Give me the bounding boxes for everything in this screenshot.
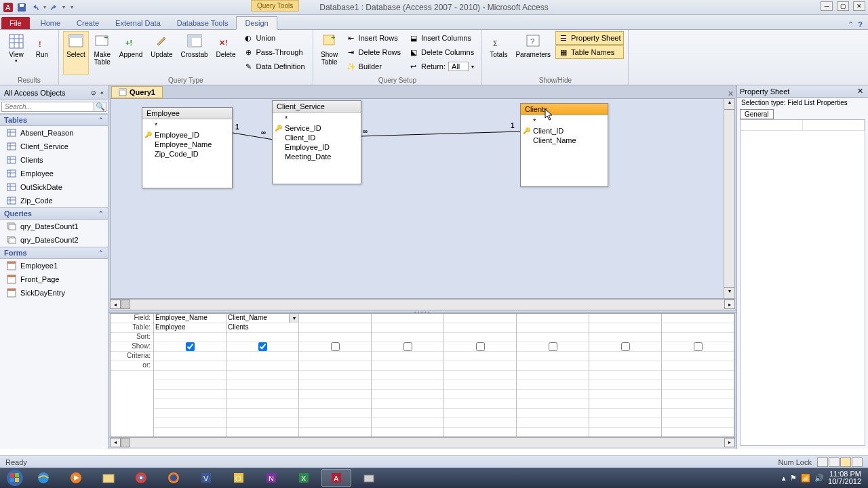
qbe-extra-cell[interactable] [662, 399, 734, 409]
qbe-extra-cell[interactable] [226, 409, 298, 418]
qbe-sort-cell[interactable] [517, 333, 589, 342]
nav-table-item[interactable]: Absent_Reason [0, 126, 108, 140]
qbe-field-cell[interactable] [372, 314, 443, 323]
qbe-column[interactable]: Client_Name▾Clients [226, 314, 299, 436]
tray-up-icon[interactable]: ▴ [782, 474, 786, 483]
qbe-extra-cell[interactable] [589, 399, 661, 409]
qbe-show-cell[interactable] [299, 342, 371, 352]
crosstab-button[interactable]: Crosstab [178, 31, 212, 75]
qbe-extra-cell[interactable] [517, 371, 589, 380]
taskbar-outlook[interactable]: O [224, 469, 254, 487]
qbe-extra-cell[interactable] [299, 371, 371, 380]
qbe-criteria-cell[interactable] [444, 352, 516, 361]
totals-button[interactable]: Σ Totals [486, 31, 511, 75]
table-box-clients[interactable]: Clients * 🔑Client_ID Client_Name [520, 103, 608, 187]
qbe-column[interactable] [444, 314, 517, 436]
builder-button[interactable]: ✨Builder [343, 60, 404, 73]
qbe-criteria-cell[interactable] [226, 352, 298, 361]
taskbar-firefox[interactable] [159, 469, 189, 487]
qbe-show-cell[interactable] [372, 342, 443, 352]
qbe-extra-cell[interactable] [372, 380, 443, 390]
tab-database-tools[interactable]: Database Tools [169, 17, 237, 29]
view-button[interactable]: View ▾ [4, 31, 28, 75]
qbe-show-cell[interactable] [444, 342, 516, 352]
qbe-hscroll[interactable]: ◂ ▸ [110, 437, 735, 447]
run-button[interactable]: ! Run [30, 31, 54, 75]
table-field[interactable]: 🔑Service_ID [273, 123, 361, 133]
table-title[interactable]: Employee [142, 108, 232, 119]
qbe-extra-cell[interactable] [589, 380, 661, 390]
qbe-extra-cell[interactable] [372, 390, 443, 399]
qbe-extra-cell[interactable] [517, 418, 589, 428]
taskbar-chrome[interactable] [126, 469, 156, 487]
qbe-extra-cell[interactable] [226, 418, 298, 428]
taskbar-excel[interactable]: X [289, 469, 319, 487]
qbe-extra-cell[interactable] [299, 380, 371, 390]
tray-network-icon[interactable]: 📶 [801, 474, 810, 483]
qbe-field-cell[interactable]: Client_Name▾ [226, 314, 298, 323]
qbe-extra-cell[interactable] [299, 418, 371, 428]
tab-external-data[interactable]: External Data [107, 17, 169, 29]
nav-form-item[interactable]: SickDayEntry [0, 286, 108, 300]
insert-columns-button[interactable]: ⬓Insert Columns [406, 31, 477, 45]
redo-dropdown-icon[interactable]: ▾ [62, 4, 65, 10]
table-names-toggle[interactable]: ▦Table Names [555, 45, 624, 59]
qbe-table-cell[interactable] [372, 323, 443, 333]
qbe-criteria-cell[interactable] [154, 352, 226, 361]
taskbar-folder[interactable] [354, 469, 384, 487]
qbe-extra-cell[interactable] [154, 390, 226, 399]
qbe-or-cell[interactable] [444, 361, 516, 371]
qbe-show-cell[interactable] [662, 342, 734, 352]
qbe-field-cell[interactable] [662, 314, 734, 323]
table-field[interactable]: Employee_Name [142, 140, 232, 149]
taskbar-media[interactable] [61, 469, 91, 487]
table-field[interactable]: Client_Name [521, 136, 608, 145]
insert-rows-button[interactable]: ⇤Insert Rows [343, 31, 404, 45]
qbe-extra-cell[interactable] [662, 418, 734, 428]
qbe-extra-cell[interactable] [589, 390, 661, 399]
show-checkbox[interactable] [186, 342, 195, 351]
redo-icon[interactable] [49, 2, 60, 13]
qbe-extra-cell[interactable] [517, 390, 589, 399]
tray-flag-icon[interactable]: ⚑ [790, 474, 797, 483]
qbe-extra-cell[interactable] [299, 409, 371, 418]
property-sheet-toggle[interactable]: ☰Property Sheet [555, 31, 624, 45]
taskbar-ie[interactable] [28, 469, 58, 487]
delete-rows-button[interactable]: ⇥Delete Rows [343, 45, 404, 59]
nav-section-tables[interactable]: Tables⌃ [0, 114, 108, 126]
qbe-sort-cell[interactable] [589, 333, 661, 342]
table-title[interactable]: Client_Service [273, 101, 361, 113]
qbe-field-cell[interactable] [517, 314, 589, 323]
qbe-criteria-cell[interactable] [662, 352, 734, 361]
search-button[interactable]: 🔍 [94, 102, 106, 112]
tray-clock[interactable]: 11:08 PM 10/7/2012 [828, 470, 861, 485]
qbe-extra-cell[interactable] [444, 418, 516, 428]
qbe-extra-cell[interactable] [154, 399, 226, 409]
taskbar-visio[interactable]: V [191, 469, 221, 487]
qbe-extra-cell[interactable] [226, 371, 298, 380]
minimize-button[interactable]: ─ [821, 1, 833, 11]
qbe-column[interactable] [662, 314, 734, 436]
qbe-column[interactable] [299, 314, 372, 436]
tab-design[interactable]: Design [236, 16, 277, 30]
undo-dropdown-icon[interactable]: ▾ [43, 4, 46, 10]
qbe-extra-cell[interactable] [226, 380, 298, 390]
qbe-extra-cell[interactable] [589, 418, 661, 428]
query-design-surface[interactable]: 1 ∞ ∞ 1 Employee * 🔑Employee_ID Employee… [110, 98, 735, 299]
qbe-extra-cell[interactable] [154, 380, 226, 390]
show-checkbox[interactable] [694, 342, 703, 351]
vertical-scrollbar[interactable]: ▴ ▾ [724, 99, 734, 298]
tab-file[interactable]: File [1, 17, 30, 29]
qbe-extra-cell[interactable] [372, 409, 443, 418]
scroll-left-icon[interactable]: ◂ [110, 300, 121, 309]
taskbar-explorer[interactable] [94, 469, 123, 487]
show-checkbox[interactable] [258, 342, 267, 351]
qat-customize-icon[interactable]: ▾ [71, 4, 73, 10]
qbe-field-cell[interactable] [299, 314, 371, 323]
qbe-extra-cell[interactable] [299, 390, 371, 399]
nav-table-item[interactable]: OutSickDate [0, 180, 108, 194]
qbe-extra-cell[interactable] [662, 380, 734, 390]
sql-view-button[interactable] [829, 458, 840, 467]
qbe-field-cell[interactable] [589, 314, 661, 323]
qbe-sort-cell[interactable] [662, 333, 734, 342]
